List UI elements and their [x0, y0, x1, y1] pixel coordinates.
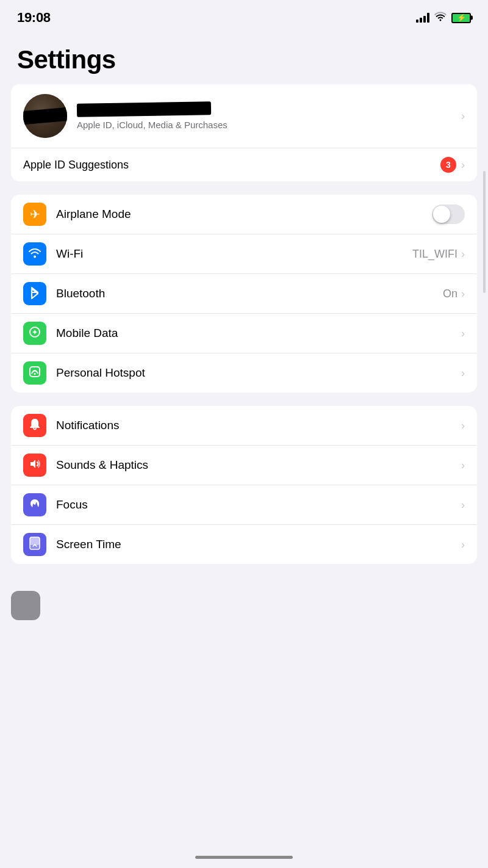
wifi-icon-wrapper	[23, 242, 46, 266]
wifi-label: Wi-Fi	[56, 247, 412, 261]
screen-time-label: Screen Time	[56, 538, 461, 551]
avatar	[23, 94, 67, 138]
profile-section-card: Apple ID, iCloud, Media & Purchases › Ap…	[11, 84, 477, 181]
personal-hotspot-icon	[28, 365, 41, 381]
svg-point-4	[34, 373, 36, 375]
bluetooth-label: Bluetooth	[56, 287, 443, 300]
notifications-chevron-icon: ›	[461, 419, 465, 432]
focus-icon	[28, 497, 41, 513]
profile-chevron-icon: ›	[461, 110, 465, 123]
home-indicator	[195, 856, 293, 859]
notifications-icon-wrapper	[23, 414, 46, 437]
status-time: 19:08	[17, 10, 51, 26]
wifi-chevron-icon: ›	[461, 248, 465, 261]
suggestions-label: Apple ID Suggestions	[23, 159, 440, 172]
focus-icon-wrapper	[23, 493, 46, 516]
airplane-mode-icon: ✈	[30, 208, 40, 220]
focus-label: Focus	[56, 498, 461, 512]
wifi-icon	[28, 247, 41, 261]
profile-name-redacted	[77, 101, 211, 117]
battery-icon: ⚡	[451, 13, 471, 23]
svg-point-2	[34, 331, 36, 333]
profile-row[interactable]: Apple ID, iCloud, Media & Purchases ›	[11, 84, 477, 148]
sounds-haptics-icon-wrapper	[23, 454, 46, 477]
airplane-mode-icon-wrapper: ✈	[23, 203, 46, 226]
screen-time-icon-wrapper	[23, 533, 46, 556]
system-section-card: Notifications › Sounds & Haptics ›	[11, 406, 477, 564]
notifications-icon	[29, 418, 41, 433]
sounds-haptics-icon	[28, 457, 41, 473]
suggestions-badge: 3	[440, 157, 456, 173]
wifi-status-icon	[434, 12, 447, 24]
screen-time-row[interactable]: Screen Time ›	[11, 525, 477, 564]
home-indicator-bar	[0, 846, 488, 868]
mobile-data-label: Mobile Data	[56, 327, 461, 340]
personal-hotspot-row[interactable]: Personal Hotspot ›	[11, 353, 477, 392]
bluetooth-icon	[30, 286, 40, 302]
svg-point-0	[34, 256, 36, 258]
bluetooth-icon-wrapper	[23, 282, 46, 305]
scrollbar[interactable]	[483, 171, 486, 293]
airplane-mode-toggle-thumb	[433, 206, 450, 223]
bluetooth-row[interactable]: Bluetooth On ›	[11, 274, 477, 314]
mobile-data-chevron-icon: ›	[461, 327, 465, 340]
airplane-mode-label: Airplane Mode	[56, 208, 432, 221]
mobile-data-row[interactable]: Mobile Data ›	[11, 314, 477, 353]
svg-rect-3	[30, 367, 40, 377]
sounds-haptics-row[interactable]: Sounds & Haptics ›	[11, 446, 477, 485]
notifications-label: Notifications	[56, 419, 461, 432]
page-title: Settings	[0, 33, 488, 84]
personal-hotspot-icon-wrapper	[23, 361, 46, 385]
airplane-mode-toggle[interactable]	[432, 204, 465, 224]
status-icons: ⚡	[416, 12, 471, 24]
mobile-data-icon-wrapper	[23, 322, 46, 345]
bottom-area	[11, 577, 477, 626]
sounds-haptics-chevron-icon: ›	[461, 459, 465, 472]
notifications-row[interactable]: Notifications ›	[11, 406, 477, 446]
bluetooth-value: On	[443, 288, 458, 300]
personal-hotspot-label: Personal Hotspot	[56, 366, 461, 380]
bottom-partial-icon	[11, 591, 40, 620]
signal-bars-icon	[416, 13, 429, 23]
airplane-mode-row[interactable]: ✈ Airplane Mode	[11, 195, 477, 234]
personal-hotspot-chevron-icon: ›	[461, 367, 465, 380]
screen-time-icon	[29, 537, 41, 552]
focus-row[interactable]: Focus ›	[11, 485, 477, 525]
svg-point-5	[34, 502, 36, 505]
connectivity-section-card: ✈ Airplane Mode Wi-Fi TIL_WIFI ›	[11, 195, 477, 392]
apple-id-suggestions-row[interactable]: Apple ID Suggestions 3 ›	[11, 148, 477, 181]
mobile-data-icon	[28, 325, 41, 341]
sounds-haptics-label: Sounds & Haptics	[56, 458, 461, 472]
bluetooth-chevron-icon: ›	[461, 288, 465, 300]
profile-subtitle: Apple ID, iCloud, Media & Purchases	[77, 120, 461, 130]
screen-time-chevron-icon: ›	[461, 538, 465, 551]
focus-chevron-icon: ›	[461, 499, 465, 512]
suggestions-chevron-icon: ›	[461, 159, 465, 172]
wifi-row[interactable]: Wi-Fi TIL_WIFI ›	[11, 234, 477, 274]
status-bar: 19:08 ⚡	[0, 0, 488, 33]
wifi-value: TIL_WIFI	[412, 248, 458, 261]
